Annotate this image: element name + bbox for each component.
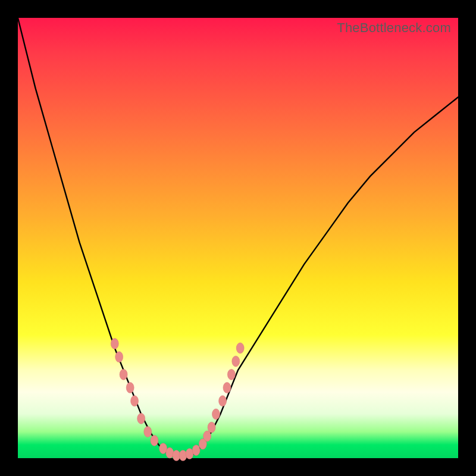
trough-marker: [223, 383, 231, 393]
plot-area: TheBottleneck.com: [18, 18, 458, 458]
trough-marker: [192, 445, 200, 456]
trough-marker: [144, 427, 152, 437]
trough-marker: [227, 369, 235, 380]
trough-markers: [111, 339, 244, 461]
trough-marker: [120, 369, 127, 380]
trough-marker: [212, 409, 220, 419]
trough-marker: [179, 450, 187, 461]
trough-marker: [126, 383, 134, 393]
chart-frame: TheBottleneck.com: [0, 0, 476, 476]
trough-marker: [236, 343, 244, 353]
curve-layer: [18, 18, 458, 458]
trough-marker: [115, 352, 123, 362]
curve-left-branch: [18, 18, 176, 458]
trough-marker: [219, 396, 227, 406]
curve-right-branch: [176, 97, 458, 458]
trough-marker: [203, 431, 211, 441]
trough-marker: [151, 435, 158, 446]
trough-marker: [131, 396, 139, 406]
chart-svg: [18, 18, 458, 458]
trough-marker: [111, 339, 118, 349]
trough-marker: [208, 422, 215, 433]
trough-marker: [232, 356, 240, 367]
trough-marker: [137, 413, 145, 424]
